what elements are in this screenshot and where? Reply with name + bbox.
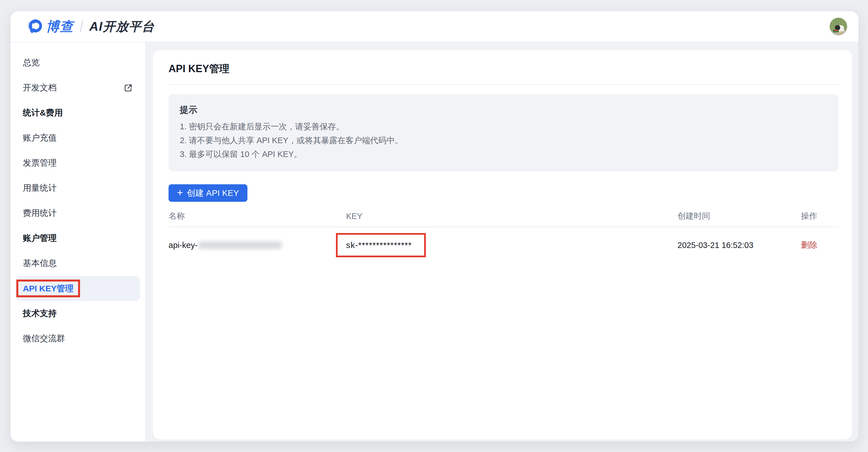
sidebar-section-header: 统计&费用 bbox=[16, 100, 140, 125]
tips-title: 提示 bbox=[180, 104, 827, 116]
brand-logo-icon bbox=[26, 18, 42, 35]
sidebar-item[interactable]: 账户充值 bbox=[16, 125, 140, 151]
sidebar-item-label: 账户管理 bbox=[23, 232, 57, 244]
title-divider bbox=[168, 84, 838, 85]
top-bar: 博查 AI开放平台 bbox=[10, 11, 859, 42]
create-api-key-button[interactable]: + 创建 API KEY bbox=[168, 184, 247, 202]
sidebar-item-label: 账户充值 bbox=[23, 132, 57, 144]
sidebar-item-label: 微信交流群 bbox=[23, 333, 65, 344]
create-api-key-label: 创建 API KEY bbox=[187, 187, 239, 199]
brand-name: 博查 bbox=[46, 18, 73, 35]
delete-button[interactable]: 删除 bbox=[801, 240, 817, 249]
annotation-box: API KEY管理 bbox=[17, 280, 80, 297]
api-key-name-prefix: api-key- bbox=[168, 241, 197, 250]
tips-lines: 1. 密钥只会在新建后显示一次，请妥善保存。2. 请不要与他人共享 API KE… bbox=[180, 120, 827, 161]
product-title: AI开放平台 bbox=[89, 18, 155, 35]
sidebar-item-label: 总览 bbox=[23, 57, 40, 68]
sidebar-item[interactable]: 费用统计 bbox=[16, 201, 140, 226]
sidebar-section-header: 账户管理 bbox=[16, 226, 140, 251]
tips-line: 1. 密钥只会在新建后显示一次，请妥善保存。 bbox=[180, 120, 827, 134]
sidebar-item[interactable]: 发票管理 bbox=[16, 151, 140, 175]
external-link-icon bbox=[124, 84, 133, 92]
masked-api-key: sk-*************** bbox=[346, 240, 412, 250]
sidebar-item[interactable]: 总览 bbox=[16, 50, 140, 75]
sidebar-item-label: 费用统计 bbox=[23, 207, 57, 219]
action-cell: 删除 bbox=[801, 239, 838, 251]
brand-logo[interactable]: 博查 bbox=[26, 18, 73, 35]
logo-divider bbox=[80, 21, 84, 32]
sidebar-item-label: 用量统计 bbox=[23, 182, 57, 194]
sidebar-item[interactable]: 用量统计 bbox=[16, 175, 140, 201]
table-header-row: 名称KEY创建时间操作 bbox=[168, 206, 838, 227]
redacted-name-blur bbox=[199, 241, 282, 249]
sidebar-item[interactable]: 微信交流群 bbox=[16, 326, 140, 351]
page-background: 博查 AI开放平台 bbox=[0, 0, 868, 452]
api-key-table: 名称KEY创建时间操作 api-key-sk-***************20… bbox=[168, 206, 838, 263]
created-time-cell: 2025-03-21 16:52:03 bbox=[678, 241, 801, 250]
column-header: 创建时间 bbox=[678, 211, 801, 222]
tips-line: 3. 最多可以保留 10 个 API KEY。 bbox=[180, 148, 827, 161]
api-key-name-cell: api-key- bbox=[168, 241, 346, 250]
sidebar-item-label: 发票管理 bbox=[23, 157, 57, 169]
sidebar-item[interactable]: 开发文档 bbox=[16, 75, 140, 100]
sidebar-item-label: 开发文档 bbox=[23, 82, 57, 94]
table-row: api-key-sk-***************2025-03-21 16:… bbox=[168, 227, 838, 263]
tips-line: 2. 请不要与他人共享 API KEY，或将其暴露在客户端代码中。 bbox=[180, 134, 827, 148]
annotation-box: sk-*************** bbox=[336, 233, 426, 257]
page-title: API KEY管理 bbox=[168, 50, 838, 84]
sidebar-list: 总览开发文档统计&费用账户充值发票管理用量统计费用统计账户管理基本信息API K… bbox=[10, 50, 145, 351]
sidebar-item[interactable]: 基本信息 bbox=[16, 251, 140, 276]
content-panel: API KEY管理 提示 1. 密钥只会在新建后显示一次，请妥善保存。2. 请不… bbox=[153, 50, 852, 439]
sidebar-item-active[interactable]: API KEY管理 bbox=[16, 276, 140, 301]
column-header: KEY bbox=[346, 212, 678, 221]
sidebar-section-header: 技术支持 bbox=[16, 301, 140, 326]
table-body: api-key-sk-***************2025-03-21 16:… bbox=[168, 227, 838, 263]
sidebar-item-label: 统计&费用 bbox=[23, 107, 63, 119]
user-avatar[interactable] bbox=[830, 18, 847, 35]
api-key-value-cell: sk-*************** bbox=[346, 233, 678, 257]
avatar-image-icon bbox=[830, 18, 847, 35]
plus-icon: + bbox=[177, 188, 183, 198]
app-body: 总览开发文档统计&费用账户充值发票管理用量统计费用统计账户管理基本信息API K… bbox=[10, 42, 859, 442]
sidebar-item-label: 技术支持 bbox=[23, 308, 57, 319]
main-area: API KEY管理 提示 1. 密钥只会在新建后显示一次，请妥善保存。2. 请不… bbox=[145, 42, 859, 442]
sidebar-item-label: 基本信息 bbox=[23, 258, 57, 269]
column-header: 操作 bbox=[801, 211, 838, 222]
tips-box: 提示 1. 密钥只会在新建后显示一次，请妥善保存。2. 请不要与他人共享 API… bbox=[168, 94, 838, 171]
column-header: 名称 bbox=[168, 211, 346, 222]
sidebar: 总览开发文档统计&费用账户充值发票管理用量统计费用统计账户管理基本信息API K… bbox=[10, 42, 145, 442]
app-card: 博查 AI开放平台 bbox=[10, 11, 859, 442]
